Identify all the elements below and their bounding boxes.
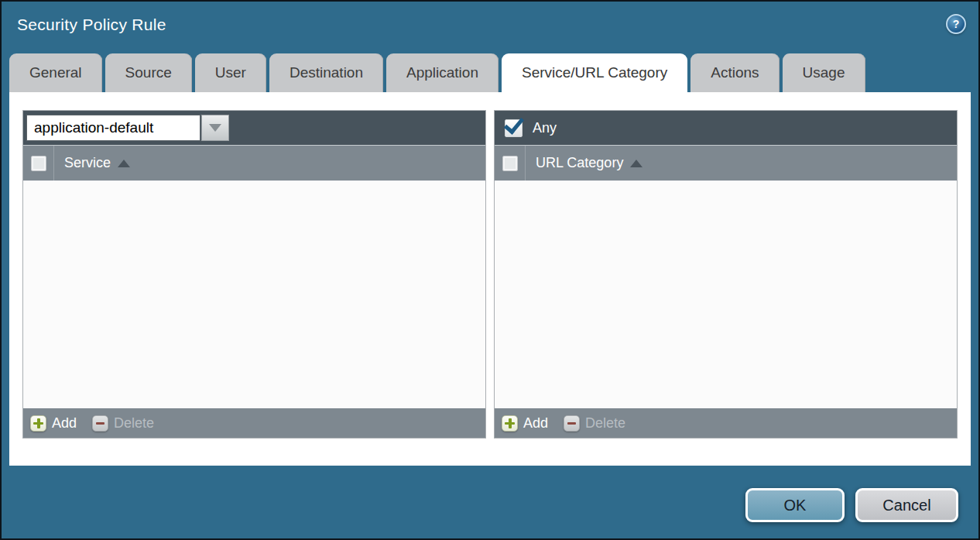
service-panel-footer: Add Delete <box>23 408 485 438</box>
url-category-delete-label: Delete <box>585 415 625 432</box>
url-category-delete-button[interactable]: Delete <box>564 415 625 432</box>
service-delete-label: Delete <box>114 415 154 432</box>
service-delete-button[interactable]: Delete <box>92 415 154 432</box>
service-column-label: Service <box>64 155 111 171</box>
service-add-button[interactable]: Add <box>30 415 77 432</box>
url-category-column-header[interactable]: URL Category <box>536 155 642 171</box>
help-icon[interactable]: ? <box>946 14 966 34</box>
service-mode-dropdown-button[interactable] <box>201 115 229 141</box>
tab-general[interactable]: General <box>9 53 102 92</box>
url-category-panel-toolbar: Any <box>495 111 957 145</box>
minus-icon <box>564 415 580 432</box>
tab-application[interactable]: Application <box>386 53 499 92</box>
tab-usage[interactable]: Usage <box>783 53 865 92</box>
service-panel-toolbar: application-default <box>23 111 485 145</box>
service-mode-combo: application-default <box>26 115 229 141</box>
plus-icon <box>502 415 518 432</box>
chevron-down-icon <box>209 124 221 132</box>
sort-ascending-icon <box>118 160 130 167</box>
service-column-header[interactable]: Service <box>64 155 130 171</box>
service-select-all-cell <box>23 146 54 181</box>
url-category-panel-footer: Add Delete <box>495 408 957 438</box>
check-icon <box>504 113 524 134</box>
service-add-label: Add <box>52 415 77 432</box>
url-category-panel: Any URL Category Add Delete <box>494 110 958 439</box>
service-table-body <box>23 181 485 408</box>
service-select-all-checkbox[interactable] <box>31 156 46 171</box>
minus-icon <box>92 415 108 432</box>
cancel-button[interactable]: Cancel <box>855 488 958 522</box>
url-category-add-button[interactable]: Add <box>502 415 548 432</box>
any-checkbox[interactable] <box>505 119 523 137</box>
tab-source[interactable]: Source <box>105 53 192 92</box>
tab-service-url-category[interactable]: Service/URL Category <box>502 53 687 92</box>
dialog-title: Security Policy Rule <box>17 15 166 34</box>
any-checkbox-label: Any <box>533 120 557 136</box>
url-category-select-all-checkbox[interactable] <box>502 156 518 171</box>
tab-destination[interactable]: Destination <box>269 53 383 92</box>
tab-content-area: application-default Service <box>9 92 971 466</box>
tab-actions[interactable]: Actions <box>690 53 779 92</box>
plus-icon <box>30 415 46 432</box>
ok-button[interactable]: OK <box>745 488 845 522</box>
url-category-table-header: URL Category <box>495 145 957 181</box>
service-mode-input[interactable]: application-default <box>26 115 200 141</box>
tab-bar: General Source User Destination Applicat… <box>9 53 971 92</box>
service-panel: application-default Service <box>22 110 486 439</box>
service-table-header: Service <box>23 145 485 181</box>
tab-user[interactable]: User <box>195 53 266 92</box>
url-category-add-label: Add <box>523 415 548 432</box>
sort-ascending-icon <box>630 160 642 167</box>
url-category-select-all-cell <box>495 146 526 181</box>
url-category-column-label: URL Category <box>536 155 623 171</box>
security-policy-rule-dialog: Security Policy Rule ? General Source Us… <box>2 2 978 538</box>
url-category-table-body <box>495 181 957 408</box>
